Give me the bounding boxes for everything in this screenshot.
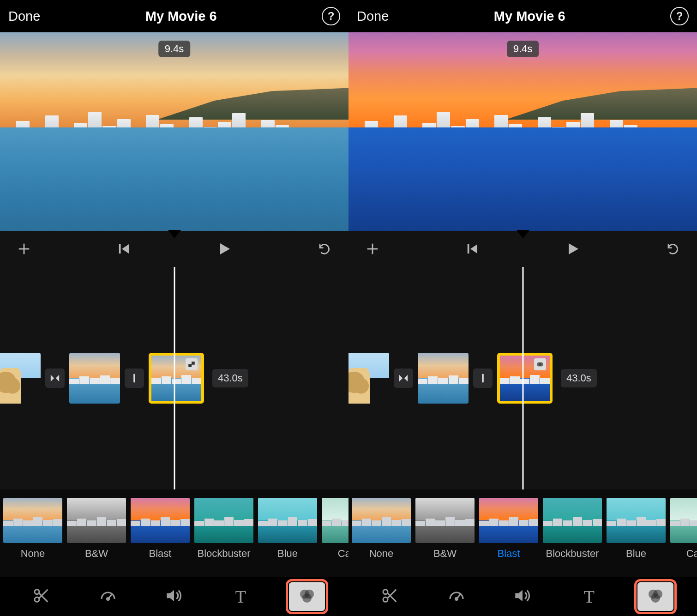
preview-frame: [0, 32, 348, 231]
timeline-clip-1[interactable]: [0, 353, 41, 404]
tool-volume[interactable]: [505, 582, 541, 611]
filter-label: Camo: [321, 548, 348, 560]
dissolve-icon: [398, 373, 409, 383]
done-button[interactable]: Done: [357, 9, 389, 24]
help-button[interactable]: ?: [322, 7, 340, 25]
text-icon: T: [584, 586, 595, 607]
filter-thumb: [131, 498, 190, 543]
filter-option-blockbuster[interactable]: Blockbuster: [194, 498, 254, 560]
svg-marker-23: [470, 244, 477, 254]
playhead-caret-icon: [168, 230, 181, 238]
dissolve-icon: [50, 373, 60, 383]
filter-option-blockbuster[interactable]: Blockbuster: [542, 498, 602, 560]
timeline-clip-selected[interactable]: [149, 353, 204, 404]
filter-thumb: [258, 498, 317, 543]
gauge-icon: [98, 586, 118, 607]
add-media-button[interactable]: [359, 241, 386, 257]
filter-strip[interactable]: NoneB&WBlastBlockbusterBlueCamo: [0, 489, 348, 577]
filter-option-blue[interactable]: Blue: [606, 498, 666, 560]
gauge-icon: [447, 586, 466, 607]
transition-dissolve[interactable]: [45, 368, 65, 388]
tool-filters[interactable]: [637, 582, 673, 611]
playhead-line[interactable]: [522, 267, 523, 489]
filter-label: None: [351, 548, 411, 560]
add-media-button[interactable]: [10, 241, 38, 257]
header-bar: Done My Movie 6 ?: [348, 0, 697, 32]
playhead-line[interactable]: [174, 267, 175, 489]
filter-label: Blockbuster: [194, 548, 254, 560]
play-button[interactable]: [210, 241, 238, 257]
filter-option-blast[interactable]: Blast: [130, 498, 190, 560]
timeline-clip-2[interactable]: [418, 353, 469, 404]
timeline-clip-1[interactable]: [348, 353, 389, 404]
none-transition-icon: [481, 373, 484, 383]
svg-rect-8: [192, 362, 195, 365]
filter-label: B&W: [66, 548, 126, 560]
tool-filters[interactable]: [289, 582, 325, 611]
speaker-icon: [164, 586, 184, 607]
transport-bar: [0, 231, 348, 267]
tool-volume[interactable]: [156, 582, 192, 611]
tool-text[interactable]: T: [571, 582, 607, 611]
filter-option-blast[interactable]: Blast: [479, 498, 539, 560]
clip-filter-indicator: [186, 358, 198, 370]
undo-button[interactable]: [659, 242, 687, 256]
svg-point-29: [539, 362, 543, 367]
filter-label: B&W: [415, 548, 475, 560]
filter-option-none[interactable]: None: [3, 498, 63, 560]
svg-point-35: [455, 598, 457, 600]
filter-option-bw[interactable]: B&W: [415, 498, 475, 560]
transport-bar: [348, 231, 697, 267]
filter-option-camo[interactable]: Camo: [321, 498, 348, 560]
project-title: My Movie 6: [389, 9, 670, 24]
tool-speed[interactable]: [90, 582, 126, 611]
svg-marker-4: [220, 243, 230, 254]
filter-thumb: [3, 498, 62, 543]
tool-cut[interactable]: [372, 582, 408, 611]
filter-label: Blue: [258, 548, 318, 560]
tool-text[interactable]: T: [222, 582, 258, 611]
tool-cut[interactable]: [24, 582, 60, 611]
transition-none[interactable]: [473, 368, 493, 388]
filters-icon: [646, 586, 665, 607]
filter-option-none[interactable]: None: [351, 498, 411, 560]
filter-thumb: [415, 498, 475, 543]
undo-button[interactable]: [311, 242, 338, 256]
transition-none[interactable]: [125, 368, 144, 388]
tool-speed[interactable]: [439, 582, 475, 611]
filter-option-camo[interactable]: Camo: [670, 498, 697, 560]
filter-option-bw[interactable]: B&W: [66, 498, 126, 560]
header-bar: Done My Movie 6 ?: [0, 0, 348, 32]
project-duration-label: 43.0s: [561, 369, 597, 387]
svg-marker-24: [569, 243, 578, 254]
svg-marker-6: [56, 375, 59, 382]
timeline-clip-selected[interactable]: [497, 353, 553, 404]
done-button[interactable]: Done: [8, 9, 40, 24]
svg-point-15: [107, 598, 109, 600]
none-transition-icon: [133, 373, 136, 383]
timeline[interactable]: 43.0s: [0, 267, 348, 489]
svg-marker-3: [122, 244, 129, 254]
filter-thumb: [479, 498, 538, 543]
filter-thumb: [670, 498, 697, 543]
help-button[interactable]: ?: [670, 7, 689, 25]
filter-option-blue[interactable]: Blue: [258, 498, 318, 560]
play-button[interactable]: [559, 241, 587, 257]
transition-dissolve[interactable]: [394, 368, 413, 388]
svg-rect-9: [188, 364, 192, 367]
timeline-clip-2[interactable]: [69, 353, 120, 404]
preview-sea: [0, 127, 348, 231]
preview-viewport[interactable]: 9.4s: [0, 32, 348, 231]
filter-thumb: [543, 498, 602, 543]
rewind-button[interactable]: [110, 242, 138, 256]
filter-label: Blast: [479, 548, 539, 560]
svg-marker-5: [51, 375, 54, 382]
filters-icon: [298, 586, 316, 607]
timeline[interactable]: 43.0s: [348, 267, 697, 489]
filter-label: Blast: [130, 548, 190, 560]
rewind-button[interactable]: [459, 242, 487, 256]
preview-viewport[interactable]: 9.4s: [348, 32, 697, 231]
filter-strip[interactable]: NoneB&WBlastBlockbusterBlueCamo: [348, 489, 697, 577]
svg-marker-16: [167, 590, 174, 602]
svg-rect-27: [482, 374, 484, 382]
